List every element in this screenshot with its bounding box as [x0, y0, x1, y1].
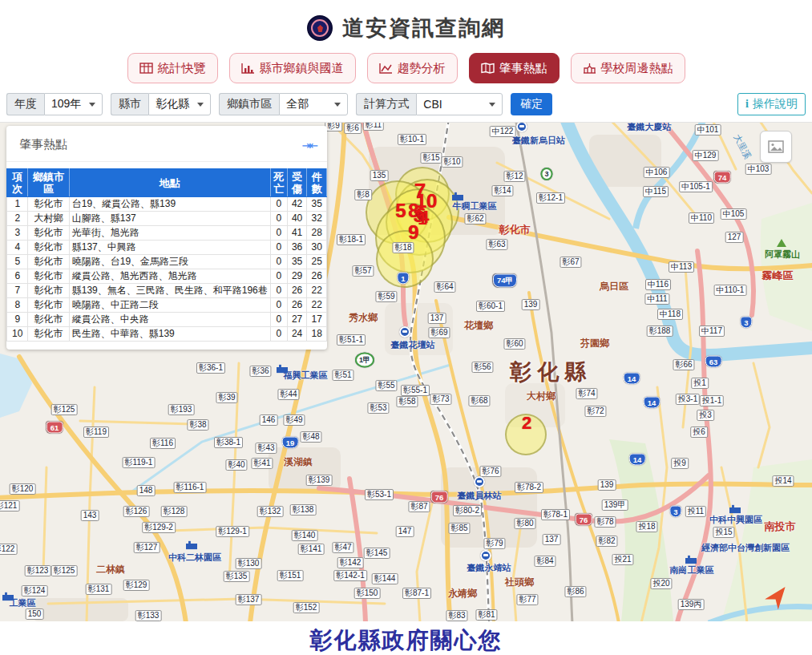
road-label: 彰77	[516, 594, 538, 605]
road-label: 彰128	[161, 506, 188, 517]
bar-chart-icon	[241, 63, 255, 74]
place-label: 溪湖鎮	[284, 455, 313, 469]
provincial-route-shield: 14	[644, 397, 661, 409]
road-label: 彰139	[306, 475, 333, 486]
table-row[interactable]: 8彰化市曉陽路、中正路二段02622	[7, 298, 327, 313]
hotspot-rank-marker[interactable]: 1	[418, 210, 426, 228]
hotspot-panel-header: 肇事熱點 ⇥⇤	[6, 126, 327, 162]
table-row[interactable]: 9彰化市縱貫公路、中央路02717	[7, 313, 327, 327]
nav-tab-4[interactable]: 肇事熱點	[469, 53, 560, 83]
county-select[interactable]: 彰化縣	[148, 93, 211, 115]
place-label: 社頭鄉	[505, 576, 534, 589]
train-station-icon	[480, 550, 491, 561]
table-cell: 曉陽路、中正路二段	[69, 298, 270, 313]
nav-tab-1[interactable]: 統計快覽	[127, 53, 218, 83]
nav-tab-5[interactable]: 學校周邊熱點	[571, 53, 685, 83]
table-row[interactable]: 5彰化市曉陽路、台19、金馬路三段03525	[7, 255, 327, 269]
road-label: 彰193	[168, 404, 195, 415]
road-label: 投14	[772, 475, 794, 487]
line-chart-icon	[379, 63, 393, 74]
industrial-or-station-label: 中科中興園區	[709, 514, 762, 526]
table-cell: 22	[307, 298, 327, 313]
table-cell: 彰化市	[28, 269, 69, 284]
freeway-route-shield: 3	[540, 168, 552, 180]
table-row[interactable]: 7彰化市縣139、無名、三民路、民生路、和平路196巷02622	[7, 284, 327, 298]
nav-tab-2[interactable]: 縣市鄉鎮與國道	[229, 53, 356, 83]
road-label: 彰55-1	[401, 385, 430, 396]
nav-tab-3[interactable]: 趨勢分析	[367, 53, 458, 83]
method-select[interactable]: CBI	[416, 93, 503, 115]
road-label: 彰57	[352, 265, 374, 277]
road-label: 137	[543, 534, 561, 545]
road-label: 彰48	[300, 431, 321, 443]
road-label: 彰10-1	[398, 134, 426, 145]
table-cell: 彰化市	[28, 327, 69, 342]
table-row[interactable]: 1彰化市台19、縱貫公路、縣13904235	[7, 197, 327, 212]
collapse-horizontal-icon[interactable]: ⇥⇤	[302, 139, 316, 152]
table-cell: 0	[270, 284, 287, 298]
table-row[interactable]: 4彰化市縣137、中興路03630	[7, 241, 327, 255]
road-label: 139丙	[678, 599, 705, 610]
hotspot-rank-marker[interactable]: 2	[522, 413, 531, 434]
road-label: 彰38-1	[214, 437, 243, 448]
road-label: 彰41	[251, 458, 273, 469]
road-label: 彰51	[332, 370, 353, 381]
year-select[interactable]: 109年	[44, 93, 103, 115]
road-label: 投3-1	[676, 394, 700, 405]
help-button[interactable]: i操作說明	[737, 93, 806, 115]
road-label: 彰127	[134, 542, 160, 553]
hotspot-table: 項次鄉鎮市區地點死亡受傷件數 1彰化市台19、縱貫公路、縣139042352大村…	[6, 168, 327, 342]
column-header: 項次	[7, 169, 28, 197]
table-cell: 24	[287, 327, 307, 342]
road-label: 彰6	[344, 123, 362, 134]
table-cell: 0	[270, 212, 287, 226]
table-row[interactable]: 6彰化市縱貫公路、旭光西路、旭光路02926	[7, 269, 327, 284]
road-label: 彰151	[277, 570, 304, 581]
road-label: 彰64	[434, 281, 455, 293]
road-label: 投6	[690, 427, 708, 438]
road-label: 彰142	[337, 557, 364, 568]
table-row[interactable]: 2大村鄉山腳路、縣13704032	[7, 212, 327, 226]
road-label: 投20	[650, 578, 672, 589]
road-label: 彰55	[375, 380, 397, 391]
table-cell: 5	[7, 255, 28, 269]
table-cell: 29	[287, 269, 307, 284]
table-cell: 彰化市	[28, 255, 69, 269]
road-label: 投11	[685, 506, 706, 517]
nav-tab-label: 學校周邊熱點	[601, 61, 673, 76]
table-cell: 10	[7, 327, 28, 342]
confirm-button[interactable]: 確定	[511, 93, 552, 115]
table-cell: 8	[7, 298, 28, 313]
road-label: 彰137	[236, 594, 262, 605]
road-label: 146	[260, 414, 278, 426]
road-label: 彰9	[325, 123, 342, 131]
road-label: 彰18	[392, 242, 414, 253]
table-cell: 0	[270, 255, 287, 269]
info-icon: i	[745, 98, 749, 111]
train-station-icon	[474, 476, 485, 487]
table-cell: 36	[287, 241, 307, 255]
road-label: 投21	[612, 554, 633, 565]
road-label: 彰79	[483, 538, 505, 549]
road-label: 彰78-1	[541, 509, 570, 520]
road-label: 投15	[713, 527, 734, 538]
table-row[interactable]: 10彰化市民生路、中華路、縣13902418	[7, 327, 327, 342]
basemap-toggle-button[interactable]	[760, 131, 792, 163]
hotspot-rank-marker[interactable]: 9	[408, 221, 418, 244]
footer-slogan: 彰化縣政府關心您	[0, 621, 812, 655]
table-cell: 縱貫公路、旭光西路、旭光路	[69, 269, 270, 284]
town-select[interactable]: 全部	[279, 93, 348, 115]
nav-tab-label: 肇事熱點	[499, 61, 547, 76]
table-row[interactable]: 3彰化市光華街、旭光路04128	[7, 226, 327, 241]
industrial-or-station-label: 臺鐵花壇站	[391, 339, 435, 351]
road-label: 彰66	[673, 359, 694, 370]
hotspot-rank-marker[interactable]: 5	[395, 200, 406, 222]
road-label: 彰86	[564, 586, 586, 597]
road-label: 彰39	[216, 392, 237, 403]
road-label: 彰81	[475, 609, 497, 621]
table-cell: 彰化市	[28, 226, 69, 241]
table-cell: 縱貫公路、中央路	[69, 313, 270, 327]
road-label: 彰130	[236, 558, 262, 569]
road-label: 彰121	[0, 500, 19, 511]
map[interactable]: 肇事熱點 ⇥⇤ 項次鄉鎮市區地點死亡受傷件數 1彰化市台19、縱貫公路、縣139…	[0, 123, 812, 621]
